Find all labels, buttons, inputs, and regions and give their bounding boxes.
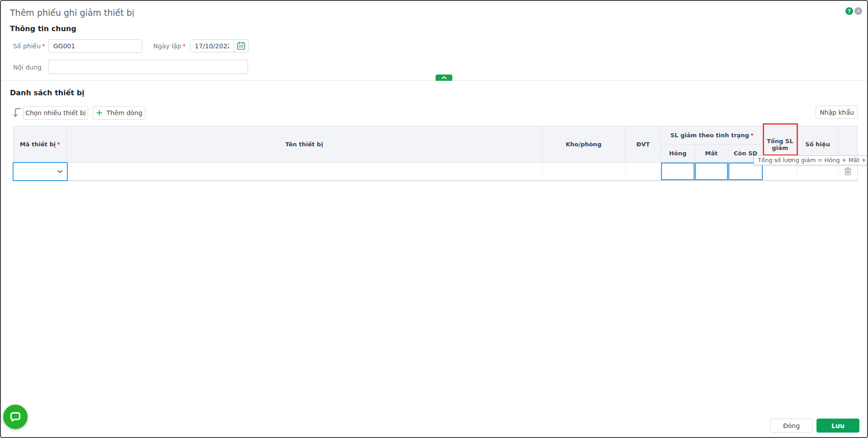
general-info-heading: Thông tin chung: [10, 24, 76, 33]
chevron-down-icon: [57, 170, 63, 173]
cell-kho-phong: [542, 163, 626, 180]
header-mat: Mất: [695, 144, 728, 162]
calendar-icon[interactable]: [234, 40, 248, 52]
required-asterisk: *: [751, 132, 754, 139]
close-button[interactable]: Đóng: [770, 419, 813, 433]
header-sl-giam-theo-tinh-trang: SL giảm theo tình trạng*: [661, 126, 763, 144]
so-phieu-label: Số phiếu*: [13, 42, 45, 50]
collapse-section-button[interactable]: [436, 75, 452, 81]
cell-ma-thiet-bi: [14, 163, 67, 180]
chat-bubble-icon: [9, 410, 22, 423]
select-multiple-devices-button[interactable]: Chọn nhiều thiết bị: [23, 106, 88, 120]
header-ten-thiet-bi: Tên thiết bị: [67, 126, 542, 162]
so-phieu-input[interactable]: [48, 39, 142, 53]
quick-insert-icon[interactable]: [13, 107, 22, 121]
device-code-select[interactable]: [13, 162, 68, 181]
required-asterisk: *: [42, 42, 45, 50]
required-asterisk: *: [57, 141, 60, 148]
add-reduction-slip-dialog: Thêm phiếu ghi giảm thiết bị ? ✕ Thông t…: [0, 0, 868, 438]
noi-dung-label: Nội dung: [13, 64, 42, 71]
device-list-heading: Danh sách thiết bị: [10, 89, 84, 97]
live-chat-button[interactable]: [3, 405, 28, 429]
cell-ten-thiet-bi: [67, 163, 542, 180]
hong-input[interactable]: [662, 163, 694, 179]
device-table-header: Mã thiết bị* Tên thiết bị Kho/phòng ĐVT …: [14, 126, 857, 163]
required-asterisk: *: [183, 42, 186, 50]
help-icon[interactable]: ?: [845, 7, 853, 15]
close-icon[interactable]: ✕: [854, 7, 862, 15]
ngay-lap-label: Ngày lập*: [153, 42, 186, 50]
import-button[interactable]: Nhập khẩu: [816, 106, 858, 119]
trash-icon: [844, 167, 852, 176]
table-row: [14, 163, 857, 181]
save-button[interactable]: Lưu: [816, 419, 859, 433]
header-kho-phong: Kho/phòng: [542, 126, 626, 162]
ngay-lap-input[interactable]: [190, 40, 234, 52]
cell-mat: [695, 163, 728, 180]
cell-hong: [661, 163, 695, 180]
header-hong: Hỏng: [661, 144, 695, 162]
header-ma-thiet-bi: Mã thiết bị*: [14, 126, 67, 162]
device-table: Mã thiết bị* Tên thiết bị Kho/phòng ĐVT …: [13, 126, 858, 181]
noi-dung-input[interactable]: [48, 60, 248, 74]
add-row-button[interactable]: +Thêm dòng: [93, 106, 145, 120]
section-divider: [1, 80, 868, 81]
plus-icon: +: [96, 108, 103, 117]
mat-input[interactable]: [696, 163, 727, 179]
chevron-up-icon: [441, 76, 447, 79]
tooltip: Tổng số lượng giảm = Hỏng + Mất + Còn SD: [754, 155, 868, 165]
header-dvt: ĐVT: [625, 126, 661, 162]
cell-dvt: [626, 163, 662, 180]
con-sd-input[interactable]: [729, 163, 762, 179]
header-group-sl-giam: SL giảm theo tình trạng* Hỏng Mất Còn SD: [661, 126, 763, 162]
page-title: Thêm phiếu ghi giảm thiết bị: [10, 8, 134, 18]
ngay-lap-field: [190, 39, 249, 52]
